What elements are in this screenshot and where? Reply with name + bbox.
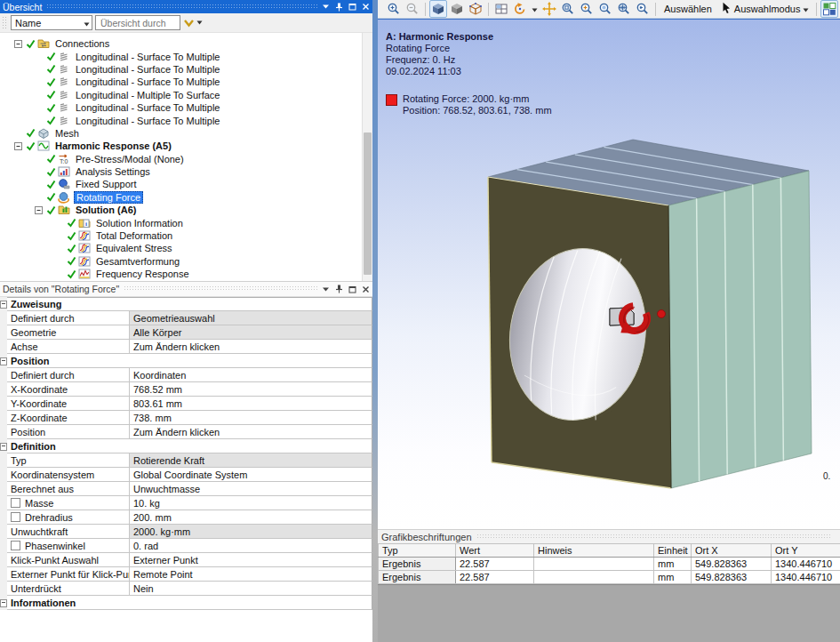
property-value[interactable]: Zum Ändern klicken xyxy=(130,340,372,354)
tree-scrollbar[interactable] xyxy=(362,33,372,281)
tree-item-longitudinal-multiple-to-surface[interactable]: Longitudinal - Multiple To Surface xyxy=(0,89,372,101)
tree-item-harmonic-response-a5[interactable]: Harmonic Response (A5) xyxy=(0,140,372,152)
details-row-typ[interactable]: TypRotierende Kraft xyxy=(0,453,372,468)
details-row-klick-punkt-auswahl[interactable]: Klick-Punkt AuswahlExterner Punkt xyxy=(0,553,372,567)
rotate-icon[interactable] xyxy=(511,0,529,18)
property-value[interactable]: Nein xyxy=(130,582,372,596)
zoom-box-icon[interactable] xyxy=(559,0,577,18)
tree-item-fixed-support[interactable]: Fixed Support xyxy=(0,178,372,190)
details-row-geometrie[interactable]: GeometrieAlle Körper xyxy=(0,325,372,340)
outline-titlebar[interactable]: Übersicht xyxy=(0,0,372,13)
details-row-drehradius[interactable]: Drehradius200. mm xyxy=(0,510,372,525)
maximize-icon[interactable] xyxy=(348,285,356,293)
property-value[interactable]: 0. rad xyxy=(130,539,372,553)
property-value[interactable]: Externer Punkt xyxy=(130,553,372,567)
property-value[interactable]: Global Coordinate System xyxy=(130,468,372,482)
search-input[interactable] xyxy=(99,17,177,29)
details-row-z-koordinate[interactable]: Z-Koordinate738. mm xyxy=(0,411,372,425)
tree-item-solution-a6[interactable]: Solution (A6) xyxy=(0,204,372,216)
zoom-out-icon[interactable] xyxy=(404,0,421,18)
pin-icon[interactable] xyxy=(335,3,343,12)
zoom-all-icon[interactable] xyxy=(596,0,614,18)
property-value[interactable]: Zum Ändern klicken xyxy=(130,425,372,439)
details-row-y-koordinate[interactable]: Y-Koordinate803.61 mm xyxy=(0,397,372,411)
property-value[interactable]: Alle Körper xyxy=(130,325,372,340)
maximize-icon[interactable] xyxy=(348,3,356,11)
section-collapse-icon[interactable] xyxy=(0,301,7,309)
property-value[interactable]: Unwuchtmasse xyxy=(130,482,372,496)
details-section-position[interactable]: Position xyxy=(0,354,372,368)
tree-item-gesamtverformung[interactable]: Gesamtverformung xyxy=(0,255,372,268)
column-header-einheit[interactable]: Einheit xyxy=(654,544,692,558)
property-value[interactable]: 2000. kg·mm xyxy=(130,525,372,539)
details-row-koordinatensystem[interactable]: KoordinatensystemGlobal Coordinate Syste… xyxy=(0,468,372,482)
close-icon[interactable] xyxy=(362,3,370,11)
column-header-wert[interactable]: Wert xyxy=(456,544,534,558)
property-value[interactable]: Rotierende Kraft xyxy=(130,453,372,468)
details-row-unwuchtkraft[interactable]: Unwuchtkraft2000. kg·mm xyxy=(0,525,372,539)
property-value[interactable]: Koordinaten xyxy=(130,368,372,382)
property-value[interactable]: 200. mm xyxy=(130,510,372,525)
section-collapse-icon[interactable] xyxy=(0,599,7,607)
close-icon[interactable] xyxy=(362,285,370,293)
table-row[interactable]: Ergebnis22.587mm549.8283631340.446710 xyxy=(379,571,840,584)
checkbox[interactable] xyxy=(11,512,20,522)
tree-item-analysis-settings[interactable]: Analysis Settings xyxy=(0,165,372,178)
expand-search-icon[interactable] xyxy=(183,19,195,28)
tree-item-total-deformation[interactable]: Total Deformation xyxy=(0,229,372,242)
selection-mode-dropdown[interactable]: Auswahlmodus xyxy=(717,2,813,16)
selection-filter-icon[interactable] xyxy=(820,0,838,18)
zoom-previous-icon[interactable] xyxy=(634,0,652,18)
viewports-icon[interactable] xyxy=(492,0,510,18)
shaded-view-icon[interactable] xyxy=(448,0,466,18)
section-collapse-icon[interactable] xyxy=(0,443,7,451)
scrollbar-thumb[interactable] xyxy=(364,132,372,275)
expander-minus-icon[interactable] xyxy=(33,206,44,214)
3d-viewport[interactable]: A: Harmonic Response Rotating Force Freq… xyxy=(378,19,840,529)
column-header-typ[interactable]: Typ xyxy=(379,544,456,558)
property-value[interactable]: Remote Point xyxy=(130,567,372,582)
tree-item-longitudinal-surface-to-multiple[interactable]: Longitudinal - Surface To Multiple xyxy=(0,76,372,88)
details-section-definition[interactable]: Definition xyxy=(0,439,372,453)
details-section-zuweisung[interactable]: Zuweisung xyxy=(0,297,372,311)
tree-item-equivalent-stress[interactable]: Equivalent Stress xyxy=(0,242,372,254)
tree-item-rotating-force[interactable]: Rotating Force xyxy=(0,191,372,204)
details-section-informationen[interactable]: Informationen xyxy=(0,596,372,610)
tree-item-longitudinal-surface-to-multiple[interactable]: Longitudinal - Surface To Multiple xyxy=(0,101,372,114)
pan-icon[interactable] xyxy=(540,0,558,18)
tree-item-longitudinal-surface-to-multiple[interactable]: Longitudinal - Surface To Multiple xyxy=(0,114,372,126)
outline-search[interactable] xyxy=(95,15,180,30)
column-header-hinweis[interactable]: Hinweis xyxy=(534,544,654,558)
expander-minus-icon[interactable] xyxy=(12,40,24,48)
panel-menu-icon[interactable] xyxy=(322,4,330,10)
property-value[interactable]: 738. mm xyxy=(130,411,372,425)
pin-icon[interactable] xyxy=(335,285,343,293)
filter-name-dropdown[interactable]: Name xyxy=(11,15,92,30)
property-value[interactable]: 768.52 mm xyxy=(130,382,372,397)
details-row-definiert-durch[interactable]: Definiert durchGeometrieauswahl xyxy=(0,311,372,325)
details-row-berechnet-aus[interactable]: Berechnet ausUnwuchtmasse xyxy=(0,482,372,496)
isometric-view-icon[interactable] xyxy=(429,0,447,18)
expander-minus-icon[interactable] xyxy=(12,142,24,150)
details-row-unterdrückt[interactable]: UnterdrücktNein xyxy=(0,582,372,596)
tree-item-solution-information[interactable]: iSolution Information xyxy=(0,216,372,229)
property-value[interactable]: 10. kg xyxy=(130,496,372,510)
details-row-externer-punkt-für-klick-punkt[interactable]: Externer Punkt für Klick-PunktRemote Poi… xyxy=(0,567,372,582)
property-value[interactable]: 803.61 mm xyxy=(130,397,372,411)
tree-item-connections[interactable]: Connections xyxy=(0,37,372,50)
column-header-ort-x[interactable]: Ort X xyxy=(692,544,772,558)
zoom-in-icon[interactable] xyxy=(385,0,403,18)
details-row-x-koordinate[interactable]: X-Koordinate768.52 mm xyxy=(0,382,372,397)
toolbar-grip[interactable] xyxy=(2,16,8,30)
details-row-definiert-durch[interactable]: Definiert durchKoordinaten xyxy=(0,368,372,382)
details-row-achse[interactable]: AchseZum Ändern klicken xyxy=(0,340,372,354)
checkbox[interactable] xyxy=(11,498,20,508)
chevron-down-icon[interactable] xyxy=(532,4,538,14)
details-row-position[interactable]: PositionZum Ändern klicken xyxy=(0,425,372,439)
details-titlebar[interactable]: Details von "Rotating Force" xyxy=(0,281,372,297)
zoom-fit-icon[interactable] xyxy=(578,0,596,18)
wireframe-view-icon[interactable] xyxy=(467,0,484,18)
panel-menu-icon[interactable] xyxy=(322,286,330,293)
graphics-annotations-titlebar[interactable]: Grafikbeschriftungen xyxy=(378,529,840,543)
tree-item-mesh[interactable]: Mesh xyxy=(0,127,372,140)
